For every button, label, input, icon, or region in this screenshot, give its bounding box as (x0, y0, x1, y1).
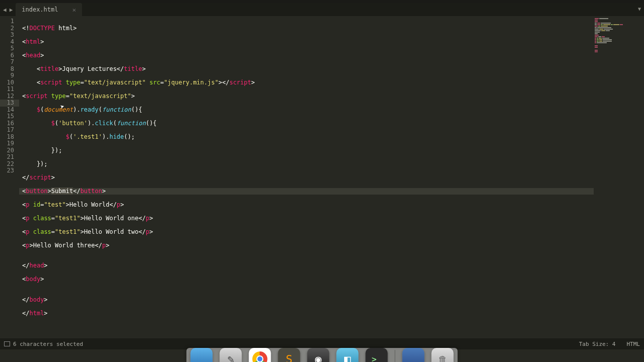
line-number: 12 (7, 93, 14, 100)
status-syntax[interactable]: HTML (627, 341, 640, 347)
macos-dock: ✎ S ◉ ◧ >_ 🗑 (187, 348, 458, 362)
dock-quicktime-icon[interactable]: ◉ (307, 348, 330, 362)
dock-virtualbox-icon[interactable]: ◧ (337, 348, 359, 362)
line-number: 19 (7, 140, 14, 147)
dock-app-icon[interactable] (403, 348, 425, 362)
line-number: 11 (7, 85, 14, 93)
line-number: 1 (11, 18, 14, 25)
line-number: 6 (11, 52, 14, 59)
tab-close-icon[interactable]: × (72, 6, 76, 14)
dock-chrome-icon[interactable] (249, 348, 271, 362)
line-number: 15 (7, 113, 14, 120)
line-number: 22 (7, 160, 14, 167)
dock-terminal-icon[interactable]: >_ (366, 348, 388, 362)
code-area[interactable]: <!DOCTYPE html> <html> <head> <title>Jqu… (19, 16, 594, 337)
line-number: 10 (7, 79, 14, 86)
line-number: 13 (0, 100, 19, 107)
line-number: 4 (11, 38, 14, 45)
tab-filename: index.html (22, 6, 58, 13)
line-number-gutter: 1 2 3 4 5 6 7 8 9 10 11 12 13 14 15 16 1… (0, 16, 19, 337)
nav-forward-icon[interactable]: ▶ (9, 7, 14, 13)
line-number: 21 (7, 153, 14, 160)
line-number: 18 (7, 133, 14, 140)
status-selection: 6 characters selected (13, 341, 83, 347)
selection-icon (4, 341, 10, 346)
line-number: 17 (7, 126, 14, 133)
status-tabsize[interactable]: Tab Size: 4 (579, 341, 616, 347)
line-number: 20 (7, 147, 14, 154)
tab-indexhtml[interactable]: index.html × (16, 3, 82, 16)
dock-separator (395, 350, 395, 362)
tab-bar: ◀ ▶ index.html × ▼ (0, 3, 644, 16)
dock-sublime-icon[interactable]: S (278, 348, 300, 362)
line-number: 9 (11, 72, 14, 79)
line-number: 3 (11, 31, 14, 38)
dock-script-editor-icon[interactable]: ✎ (220, 348, 242, 362)
tabs-dropdown-icon[interactable]: ▼ (638, 6, 641, 12)
line-number: 16 (7, 120, 14, 127)
line-number: 14 (7, 106, 14, 113)
dock-trash-icon[interactable]: 🗑 (432, 348, 454, 362)
editor: 1 2 3 4 5 6 7 8 9 10 11 12 13 14 15 16 1… (0, 16, 644, 337)
line-number: 8 (11, 65, 14, 72)
line-number: 23 (7, 167, 14, 174)
line-number: 7 (11, 58, 14, 65)
line-number: 2 (11, 25, 14, 32)
nav-back-icon[interactable]: ◀ (2, 7, 8, 13)
line-number: 5 (11, 45, 14, 52)
dock-finder-icon[interactable] (191, 348, 213, 362)
minimap[interactable] (594, 16, 644, 337)
